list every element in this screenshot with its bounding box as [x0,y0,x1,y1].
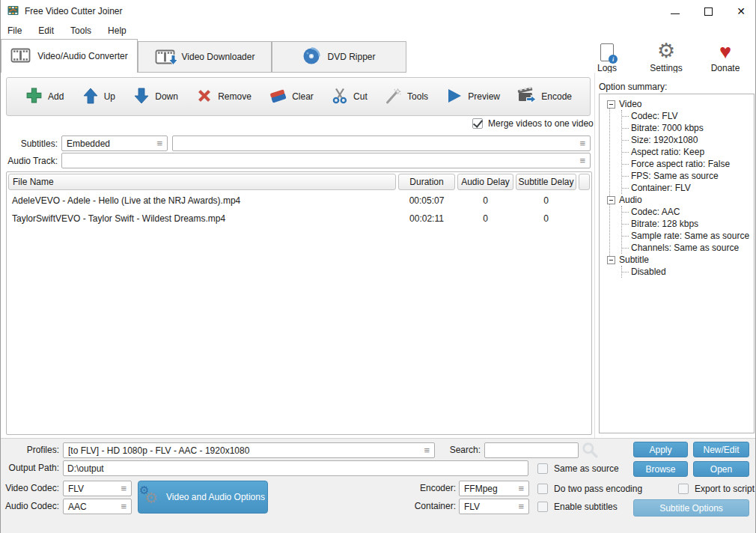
settings-button[interactable]: ⚙ Settings [647,40,686,73]
logs-button[interactable]: i Logs [588,40,627,73]
heart-icon: ♥ [719,40,731,61]
combo-menu-icon: ≡ [121,484,126,493]
remove-x-icon [195,87,213,107]
clapperboard-icon [517,87,537,107]
remove-button[interactable]: Remove [195,87,252,107]
column-extra [579,174,590,190]
container-value: FLV [464,502,480,512]
menu-file[interactable]: File [7,25,22,36]
merge-videos-label: Merge videos to one video [488,118,594,129]
magic-wand-icon [385,87,403,107]
column-duration[interactable]: Duration [398,174,455,190]
export-script-checkbox-group[interactable]: Export to script [678,481,755,496]
new-edit-button[interactable]: New/Edit [693,442,749,457]
menu-tools[interactable]: Tools [70,25,91,36]
subtitles-file-combo[interactable]: ≡ [172,135,591,151]
table-row[interactable]: TaylorSwiftVEVO - Taylor Swift - Wildest… [7,210,591,228]
collapse-icon[interactable] [607,256,615,264]
cell-subtitle-delay: 0 [516,213,576,224]
merge-videos-checkbox-group[interactable]: Merge videos to one video [472,118,594,129]
tree-leaf: Bitrate: 7000 kbps [622,122,752,134]
collapse-icon[interactable] [607,100,615,109]
gears-icon: ⚙⚙ [141,487,160,507]
logs-icon: i [600,40,614,61]
bottom-panel: Profiles: [to FLV] - HD 1080p - FLV - AA… [1,438,755,533]
close-button[interactable]: ✕ [736,6,746,16]
combo-menu-icon: ≡ [579,138,585,148]
two-pass-checkbox-group[interactable]: Do two pass encoding [537,481,642,496]
menu-help[interactable]: Help [108,25,126,36]
video-audio-options-button[interactable]: ⚙⚙ Video and Audio Options [138,481,268,514]
column-audio-delay[interactable]: Audio Delay [457,174,513,190]
add-button[interactable]: Add [25,86,64,107]
audio-codec-value: AAC [68,502,87,512]
tree-node-audio[interactable]: Audio [601,194,752,206]
search-input[interactable] [484,442,579,458]
cut-button[interactable]: Cut [331,87,368,107]
audio-codec-combo[interactable]: AAC ≡ [63,499,132,514]
tree-leaf: Codec: FLV [622,110,752,122]
cell-file-name: TaylorSwiftVEVO - Taylor Swift - Wildest… [8,213,396,224]
tab-strip: Video/Audio Converter Video Downloader D… [1,39,755,73]
video-codec-combo[interactable]: FLV ≡ [63,481,132,496]
play-icon [445,87,463,107]
tools-button[interactable]: Tools [385,87,428,107]
open-button[interactable]: Open [693,461,749,477]
container-combo[interactable]: FLV ≡ [459,499,529,514]
cell-file-name: AdeleVEVO - Adele - Hello (Live at the N… [8,195,396,206]
tree-leaf: Aspect ratio: Keep [622,146,752,158]
table-header: File Name Duration Audio Delay Subtitle … [7,172,591,192]
clear-button[interactable]: Clear [269,87,314,107]
combo-menu-icon: ≡ [518,484,524,493]
preview-button[interactable]: Preview [445,87,500,107]
enable-subtitles-checkbox[interactable] [537,502,548,512]
browse-button[interactable]: Browse [633,461,688,477]
audio-track-combo[interactable]: ≡ [61,153,591,168]
combo-menu-icon: ≡ [579,156,585,165]
subtitle-options-button[interactable]: Subtitle Options [633,499,749,517]
output-path-input[interactable]: D:\output [63,460,528,476]
encoder-combo[interactable]: FFMpeg ≡ [459,481,529,496]
window-title: Free Video Cutter Joiner [25,6,123,16]
column-file-name[interactable]: File Name [8,174,396,190]
collapse-icon[interactable] [607,196,615,204]
same-as-source-checkbox-group[interactable]: Same as source [537,460,619,476]
same-as-source-checkbox[interactable] [537,463,548,474]
encode-button[interactable]: Encode [517,87,572,107]
maximize-button[interactable] [703,6,713,16]
table-row[interactable]: AdeleVEVO - Adele - Hello (Live at the N… [7,192,591,210]
subtitles-combo[interactable]: Embedded ≡ [61,135,168,151]
tree-leaf: Channels: Same as source [622,242,752,254]
column-subtitle-delay[interactable]: Subtitle Delay [516,174,576,190]
donate-button[interactable]: ♥ Donate [706,40,745,73]
cell-subtitle-delay: 0 [516,195,576,206]
minimize-button[interactable] [670,6,680,16]
two-pass-checkbox[interactable] [537,484,548,494]
apply-button[interactable]: Apply [633,442,688,457]
header-actions: i Logs ⚙ Settings ♥ Donate [588,40,745,73]
profiles-combo[interactable]: [to FLV] - HD 1080p - FLV - AAC - 1920x1… [63,442,435,458]
tree-node-subtitle[interactable]: Subtitle [601,254,752,266]
container-label: Container: [405,499,456,514]
up-button[interactable]: Up [82,87,115,107]
merge-videos-checkbox[interactable] [472,118,483,129]
menu-edit[interactable]: Edit [38,25,54,36]
tab-video-audio-converter[interactable]: Video/Audio Converter [1,39,138,73]
export-script-label: Export to script [695,484,755,494]
toolbar: Add Up Down Remove Clear Cut [6,77,591,116]
tab-dvd-ripper[interactable]: DVD Ripper [272,41,406,73]
cell-duration: 00:05:07 [398,195,455,206]
combo-menu-icon: ≡ [424,445,430,455]
export-script-checkbox[interactable] [678,484,689,494]
app-window: Free Video Cutter Joiner ✕ File Edit Too… [0,0,756,533]
enable-subtitles-checkbox-group[interactable]: Enable subtitles [537,499,618,514]
down-button[interactable]: Down [132,87,178,107]
tab-label: Video Downloader [182,52,255,62]
down-arrow-icon [132,87,150,107]
up-arrow-icon [82,87,100,107]
tree-node-video[interactable]: Video [601,98,752,110]
combo-menu-icon: ≡ [518,502,524,511]
tab-video-downloader[interactable]: Video Downloader [138,41,272,73]
tree-leaf: Container: FLV [622,182,752,194]
app-icon [7,4,19,19]
